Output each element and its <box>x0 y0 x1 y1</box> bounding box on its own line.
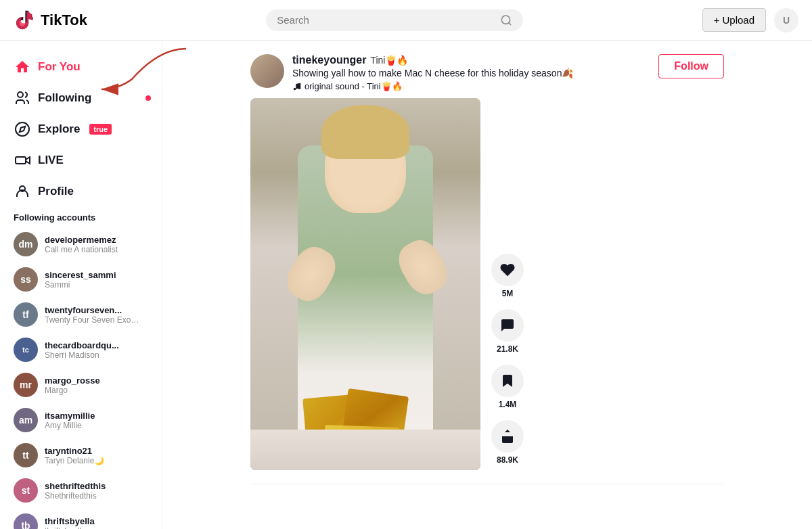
bookmark-icon <box>499 373 516 389</box>
list-item[interactable]: tt taryntino21 Taryn Delanie🌙 <box>0 438 162 473</box>
avatar: mr <box>14 373 38 397</box>
svg-point-3 <box>16 122 29 136</box>
logo[interactable]: TikTok <box>14 9 87 31</box>
share-button[interactable]: 88.9K <box>491 420 524 465</box>
main-feed: tinekeyounger Tini🍟🔥 Showing yall how to… <box>162 41 812 529</box>
following-badge-dot <box>145 95 151 101</box>
logo-text: TikTok <box>41 12 87 29</box>
bookmark-icon-circle <box>491 365 524 397</box>
following-section-title: Following accounts <box>0 207 162 227</box>
username[interactable]: tinekeyounger <box>292 54 366 66</box>
follow-button[interactable]: Follow <box>658 54 724 78</box>
list-item[interactable]: st shethriftedthis Shethriftedthis <box>0 473 162 508</box>
like-count: 5M <box>502 289 514 298</box>
comment-count: 21.8K <box>497 344 518 354</box>
account-info: twentyfourseven... Twenty Four Seven Exo… <box>45 305 139 325</box>
upload-button[interactable]: + Upload <box>702 8 766 32</box>
comment-button[interactable]: 21.8K <box>491 309 524 354</box>
account-info: thriftsbyella thriftsbyella <box>45 516 95 530</box>
list-item[interactable]: tb thriftsbyella thriftsbyella <box>0 508 162 529</box>
account-info: sincerest_sammi Sammi <box>45 270 116 290</box>
account-info: shethriftedthis Shethriftedthis <box>45 481 106 501</box>
avatar: am <box>14 408 38 432</box>
sound-text: original sound - Tini🍟🔥 <box>304 81 403 91</box>
account-info: taryntino21 Taryn Delanie🌙 <box>45 446 104 465</box>
video-container: 5M 21.8K 1.4M <box>250 98 724 470</box>
account-info: itsamymillie Amy Millie <box>45 411 95 430</box>
list-item[interactable]: mr margo_rosse Margo <box>0 367 162 402</box>
like-icon-circle <box>491 254 524 286</box>
comment-icon <box>499 317 516 334</box>
sidebar-item-profile[interactable]: Profile <box>0 176 162 207</box>
share-icon <box>499 428 516 444</box>
account-info: thecardboardqu... Sherri Madison <box>45 340 119 360</box>
list-item[interactable]: tc thecardboardqu... Sherri Madison <box>0 332 162 367</box>
tiktok-logo-icon <box>14 9 35 31</box>
bookmark-button[interactable]: 1.4M <box>491 365 524 409</box>
account-info: developermemez Call me A nationalist <box>45 235 118 254</box>
sound-info: original sound - Tini🍟🔥 <box>292 81 650 91</box>
heart-icon <box>499 262 516 278</box>
explore-new-badge: true <box>89 124 112 135</box>
video-header: tinekeyounger Tini🍟🔥 Showing yall how to… <box>250 54 724 98</box>
user-info: tinekeyounger Tini🍟🔥 Showing yall how to… <box>292 54 650 91</box>
share-count: 88.9K <box>497 455 518 465</box>
video-thumbnail[interactable] <box>250 98 480 470</box>
comment-icon-circle <box>491 309 524 342</box>
svg-point-0 <box>501 16 510 24</box>
list-item[interactable]: am itsamymillie Amy Millie <box>0 402 162 438</box>
avatar: tc <box>14 338 38 362</box>
layout: For You Following Explore true LIVE <box>0 41 812 529</box>
person-icon <box>14 183 31 200</box>
music-note-icon <box>292 82 302 91</box>
compass-icon <box>14 120 31 138</box>
sidebar-item-following[interactable]: Following <box>0 83 162 114</box>
bookmark-count: 1.4M <box>499 400 517 409</box>
user-avatar[interactable]: U <box>774 8 798 32</box>
svg-point-8 <box>294 87 296 90</box>
avatar: ss <box>14 267 38 292</box>
search-bar[interactable] <box>266 9 523 31</box>
list-item[interactable]: ss sincerest_sammi Sammi <box>0 262 162 297</box>
video-description: Showing yall how to make Mac N cheese fo… <box>292 68 650 78</box>
username-meta: Tini🍟🔥 <box>370 55 408 66</box>
live-icon <box>14 152 31 169</box>
list-item[interactable]: dm developermemez Call me A nationalist <box>0 227 162 262</box>
people-icon <box>14 89 31 107</box>
svg-line-1 <box>509 22 511 24</box>
search-input[interactable] <box>277 14 495 26</box>
svg-marker-4 <box>20 127 25 132</box>
sidebar: For You Following Explore true LIVE <box>0 41 162 529</box>
svg-rect-5 <box>16 157 26 164</box>
like-button[interactable]: 5M <box>491 254 524 298</box>
account-info: margo_rosse Margo <box>45 375 100 395</box>
avatar: tb <box>14 513 38 529</box>
username-row: tinekeyounger Tini🍟🔥 <box>292 54 650 66</box>
poster-avatar[interactable] <box>250 54 284 88</box>
header: TikTok + Upload U <box>0 0 812 41</box>
share-icon-circle <box>491 420 524 453</box>
search-icon <box>500 14 512 27</box>
svg-point-9 <box>298 87 301 89</box>
feed-item: tinekeyounger Tini🍟🔥 Showing yall how to… <box>250 41 724 484</box>
avatar: tt <box>14 443 38 467</box>
sidebar-item-explore[interactable]: Explore true <box>0 114 162 145</box>
avatar: st <box>14 478 38 503</box>
header-right: + Upload U <box>702 8 798 32</box>
avatar: dm <box>14 232 38 256</box>
sidebar-item-live[interactable]: LIVE <box>0 145 162 176</box>
avatar: tf <box>14 302 38 327</box>
home-icon <box>14 58 31 76</box>
svg-point-2 <box>18 92 23 97</box>
action-buttons: 5M 21.8K 1.4M <box>491 254 524 470</box>
sidebar-item-for-you[interactable]: For You <box>0 51 162 83</box>
list-item[interactable]: tf twentyfourseven... Twenty Four Seven … <box>0 297 162 332</box>
